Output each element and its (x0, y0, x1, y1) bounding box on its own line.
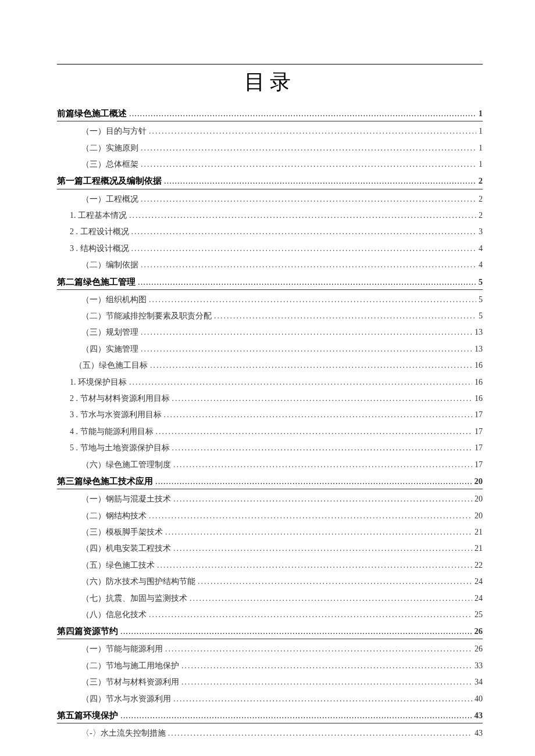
toc-leader-dots: ........................................… (172, 442, 473, 454)
toc-leader-dots: ........................................… (190, 592, 472, 605)
toc-entry-label: （四）机电安装工程技术 (81, 542, 171, 555)
toc-entry-label: （一）工程概况 (81, 193, 138, 206)
toc-entry: （四）节水与水资源利用.............................… (57, 693, 483, 705)
toc-entry-page: 21 (475, 542, 483, 555)
toc-leader-dots: ........................................… (120, 709, 472, 722)
toc-entry: 2 . 工程设计概况 .............................… (57, 225, 483, 238)
toc-entry-page: 1 (479, 125, 483, 138)
toc-entry-page: 3 (479, 225, 483, 238)
toc-leader-dots: ........................................… (129, 209, 476, 222)
toc-entry-page: 16 (475, 359, 483, 372)
toc-leader-dots: ........................................… (141, 343, 472, 356)
toc-entry-page: 20 (475, 510, 483, 522)
toc-leader-dots: ........................................… (141, 142, 476, 155)
toc-entry: 5 . 节地与土地资源保护目标.........................… (57, 442, 483, 454)
toc-entry: （四）实施管理.................................… (57, 343, 483, 356)
toc-leader-dots: ........................................… (149, 510, 472, 522)
toc-entry-label: （五）绿色施工目标 (74, 359, 148, 372)
toc-entry-page: 34 (475, 676, 483, 689)
toc-entry-label: 第二篇绿色施工管理 (57, 275, 135, 289)
toc-entry: （二）钢结构技术................................… (57, 510, 483, 522)
toc-entry-label: （三）节材与材料资源利用 (81, 676, 179, 689)
toc-entry: 1. 环境保护目标...............................… (57, 376, 483, 389)
toc-entry: （一）目的与方针................................… (57, 125, 483, 138)
toc-entry-page: 33 (475, 660, 483, 672)
toc-leader-dots: ........................................… (173, 458, 472, 471)
toc-leader-dots: ........................................… (157, 559, 472, 572)
toc-entry-label: （四）节水与水资源利用 (81, 693, 171, 705)
toc-leader-dots: ........................................… (129, 107, 476, 120)
toc-leader-dots: ........................................… (129, 376, 472, 389)
toc-entry: （七）抗震、加固与监测技术...........................… (57, 592, 483, 605)
toc-entry-page: 17 (475, 442, 483, 454)
toc-entry: （三）节材与材料资源利用............................… (57, 676, 483, 689)
toc-entry-page: 24 (475, 575, 483, 588)
toc-entry: （一）节能与能源利用..............................… (57, 643, 483, 655)
toc-entry-page: 26 (475, 625, 483, 638)
toc-leader-dots: ........................................… (131, 242, 477, 255)
toc-leader-dots: ........................................… (173, 542, 472, 555)
toc-entry: 第四篇资源节约.................................… (57, 625, 483, 639)
toc-title: 目录 (57, 68, 483, 96)
toc-entry-label: （八）信息化技术 (81, 608, 147, 621)
toc-entry: （五）绿色施工目标...............................… (57, 359, 483, 372)
toc-entry: 2 . 节材与材料资源利用目标 ........................… (57, 392, 483, 405)
toc-entry: （八）信息化技术................................… (57, 608, 483, 621)
toc-leader-dots: ........................................… (165, 526, 472, 539)
toc-entry: （三）规划管理.................................… (57, 326, 483, 339)
top-divider (57, 64, 483, 65)
toc-entry-page: 24 (475, 592, 483, 605)
toc-entry-label: （六）防水技术与围护结构节能 (81, 575, 195, 588)
toc-entry-page: 5 (479, 310, 483, 323)
toc-entry: 3 . 结构设计概况 .............................… (57, 242, 483, 255)
toc-entry: （四）机电安装工程技术.............................… (57, 542, 483, 555)
toc-leader-dots: ........................................… (149, 608, 472, 621)
toc-leader-dots: ........................................… (156, 425, 473, 438)
toc-entry-label: 第三篇绿色施工技术应用 (57, 475, 153, 488)
toc-leader-dots: ........................................… (172, 392, 473, 405)
toc-entry-page: 20 (475, 493, 483, 506)
toc-leader-dots: ........................................… (141, 259, 476, 271)
toc-leader-dots: ........................................… (141, 158, 476, 171)
toc-entry-page: 22 (475, 559, 483, 572)
toc-entry: （二）节地与施工用地保护............................… (57, 660, 483, 672)
toc-entry-page: 17 (475, 425, 483, 438)
toc-entry: 第二篇绿色施工管理...............................… (57, 275, 483, 290)
toc-entry-page: 1 (479, 107, 483, 120)
toc-entry: 第一篇工程概况及编制依据............................… (57, 174, 483, 189)
toc-leader-dots: ........................................… (173, 493, 472, 506)
toc-leader-dots: ........................................… (149, 293, 476, 306)
toc-entry-label: （二）节地与施工用地保护 (81, 660, 179, 672)
toc-entry-page: 2 (479, 209, 483, 222)
toc-entry-label: 3 . 结构设计概况 (70, 242, 129, 255)
toc-leader-dots: ........................................… (168, 727, 472, 740)
toc-entry: 第五篇环境保护.................................… (57, 709, 483, 723)
toc-entry-label: （四）实施管理 (81, 343, 138, 356)
toc-entry-label: （一）目的与方针 (81, 125, 147, 138)
toc-entry-label: （七）抗震、加固与监测技术 (81, 592, 187, 605)
table-of-contents: 前篇绿色施工概述................................… (57, 107, 483, 740)
toc-leader-dots: ........................................… (120, 625, 472, 638)
toc-entry-page: 26 (475, 643, 483, 655)
toc-entry-label: 1. 工程基本情况 (70, 209, 127, 222)
toc-entry: （五）绿色施工技术...............................… (57, 559, 483, 572)
toc-entry-label: 前篇绿色施工概述 (57, 107, 127, 120)
toc-entry: （一）工程概况.................................… (57, 193, 483, 206)
toc-entry: （二）节能减排控制要素及职责分配........................… (57, 310, 483, 323)
toc-entry-page: 17 (475, 409, 483, 421)
toc-leader-dots: ........................................… (150, 359, 472, 372)
toc-entry-page: 21 (475, 526, 483, 539)
toc-entry-page: 5 (479, 293, 483, 306)
toc-leader-dots: ........................................… (198, 575, 472, 588)
toc-entry-page: 1 (479, 158, 483, 171)
toc-entry-page: 43 (475, 709, 483, 722)
toc-entry-page: 1 (479, 142, 483, 155)
toc-entry-page: 16 (475, 376, 483, 389)
toc-entry-label: 5 . 节地与土地资源保护目标 (70, 442, 170, 454)
toc-entry: （六）绿色施工管理制度.............................… (57, 458, 483, 471)
toc-entry: 第三篇绿色施工技术应用.............................… (57, 475, 483, 489)
toc-entry-page: 40 (475, 693, 483, 705)
toc-entry-label: （二）节能减排控制要素及职责分配 (81, 310, 212, 323)
toc-leader-dots: ........................................… (155, 475, 472, 488)
toc-entry-page: 16 (475, 392, 483, 405)
